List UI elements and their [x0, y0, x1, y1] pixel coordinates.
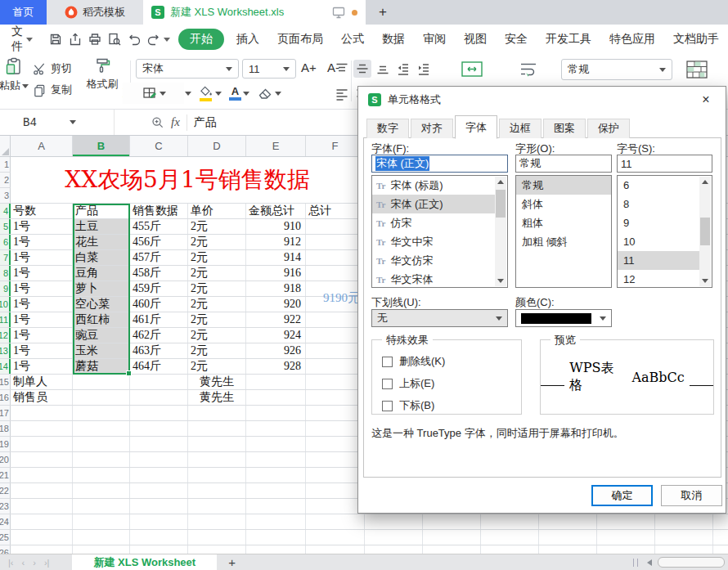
column-header-a[interactable]: A	[11, 136, 73, 156]
total-note-cell[interactable]: 9190元	[306, 283, 360, 312]
cell[interactable]: 461斤	[130, 312, 188, 327]
cell[interactable]	[713, 514, 728, 529]
size-option[interactable]: 12	[618, 270, 699, 288]
last-sheet-icon[interactable]: ›|	[44, 558, 50, 568]
more-actions-chevron-icon[interactable]	[164, 38, 170, 45]
cell[interactable]: 总计	[306, 204, 365, 218]
effect-checkbox-row[interactable]: 删除线(K)	[382, 354, 521, 369]
paste-button[interactable]: 粘贴	[0, 56, 33, 93]
row-header[interactable]: 12	[0, 328, 11, 343]
cell[interactable]	[246, 499, 306, 514]
cell[interactable]	[539, 545, 597, 554]
row-header[interactable]: 5	[0, 219, 11, 234]
cell[interactable]	[655, 514, 713, 529]
font-size-select[interactable]: 11	[242, 59, 296, 79]
cell[interactable]	[73, 390, 130, 405]
cell[interactable]	[481, 514, 539, 529]
cell[interactable]: 456斤	[130, 235, 188, 249]
align-top-icon[interactable]	[333, 60, 351, 78]
fill-color-button[interactable]	[199, 86, 222, 101]
cell[interactable]	[73, 406, 130, 420]
dialog-titlebar[interactable]: S 单元格格式 ×	[358, 87, 726, 113]
chevron-down-icon[interactable]	[185, 92, 191, 99]
cell[interactable]	[73, 468, 130, 482]
row-header[interactable]: 1	[0, 157, 11, 173]
dialog-tab[interactable]: 对齐	[411, 119, 453, 138]
cell[interactable]	[423, 545, 481, 554]
row-header[interactable]: 26	[0, 545, 11, 554]
cell[interactable]	[188, 468, 246, 482]
chevron-down-icon[interactable]	[215, 92, 222, 99]
cell[interactable]	[130, 437, 188, 451]
row-header[interactable]: 11	[0, 312, 11, 327]
paste-chevron-icon[interactable]	[22, 84, 29, 92]
menu-item[interactable]: 文档助手	[664, 29, 728, 49]
cell[interactable]: 单价	[188, 204, 246, 218]
cell[interactable]: 豌豆	[73, 328, 130, 343]
row-header[interactable]: 20	[0, 452, 11, 467]
cell[interactable]	[713, 545, 728, 554]
increase-indent-icon[interactable]	[415, 60, 433, 78]
align-middle-icon[interactable]	[353, 60, 371, 78]
cell[interactable]: 462斤	[130, 328, 188, 343]
cell[interactable]	[365, 545, 423, 554]
checkbox[interactable]	[382, 379, 393, 389]
cell[interactable]	[306, 235, 365, 249]
cell[interactable]: 2元	[188, 297, 246, 312]
cell[interactable]	[306, 250, 365, 265]
next-sheet-icon[interactable]: ›	[33, 558, 36, 568]
style-option[interactable]: 常规	[516, 176, 611, 195]
cell[interactable]	[539, 514, 597, 529]
cell[interactable]	[130, 468, 188, 482]
row-header[interactable]: 9	[0, 281, 11, 296]
menu-item[interactable]: 审阅	[414, 29, 455, 49]
cell[interactable]: 白菜	[73, 250, 130, 265]
cell[interactable]	[130, 530, 188, 545]
cell[interactable]	[130, 545, 188, 554]
cell[interactable]	[306, 406, 365, 420]
cell[interactable]	[306, 390, 365, 405]
cell[interactable]: 455斤	[130, 219, 188, 234]
font-style-list[interactable]: 常规斜体粗体加粗 倾斜	[515, 175, 612, 288]
cell[interactable]: 号数	[11, 204, 73, 218]
chevron-down-icon[interactable]	[243, 92, 249, 99]
cell[interactable]: 464斤	[130, 359, 188, 374]
zoom-search-icon[interactable]	[151, 115, 164, 129]
cell[interactable]: 920	[246, 297, 306, 312]
menu-item[interactable]: 特色应用	[600, 29, 664, 49]
cell[interactable]: 金额总计	[246, 204, 306, 218]
cell[interactable]	[246, 468, 306, 482]
column-header-f[interactable]: F	[306, 136, 365, 156]
cell[interactable]: 1号	[11, 219, 73, 234]
cell[interactable]	[11, 545, 73, 554]
cell[interactable]: 黄先生	[188, 390, 246, 405]
chevron-down-icon[interactable]	[160, 92, 166, 99]
style-option[interactable]: 加粗 倾斜	[516, 232, 611, 251]
cell[interactable]	[73, 545, 130, 554]
cell[interactable]	[11, 437, 73, 451]
merge-cells-button[interactable]	[461, 60, 483, 79]
style-option[interactable]: 粗体	[516, 213, 611, 232]
cell[interactable]	[306, 312, 365, 327]
cell[interactable]: 黄先生	[188, 375, 246, 389]
cell[interactable]: 花生	[73, 235, 130, 249]
cell[interactable]: 916	[246, 266, 306, 281]
style-option[interactable]: 斜体	[516, 195, 611, 213]
menu-item[interactable]: 开发工具	[537, 29, 600, 49]
cell[interactable]: 922	[246, 312, 306, 327]
menu-file[interactable]: 文件	[11, 25, 23, 54]
cell[interactable]: 产品	[73, 204, 130, 218]
cell[interactable]	[306, 483, 365, 498]
cell[interactable]: 1号	[11, 328, 73, 343]
scrollbar-thumb[interactable]	[658, 557, 725, 568]
row-header[interactable]: 22	[0, 483, 11, 498]
cell[interactable]	[306, 514, 365, 529]
font-option[interactable]: Tr华文宋体	[372, 270, 495, 288]
cell[interactable]: 豆角	[73, 266, 130, 281]
redo-icon[interactable]	[146, 29, 161, 49]
tab-document[interactable]: S 新建 XLS Worksheet.xls	[143, 0, 366, 25]
cell[interactable]	[130, 375, 188, 389]
cell[interactable]: 458斤	[130, 266, 188, 281]
font-color-button[interactable]: A	[229, 86, 249, 101]
row-header[interactable]: 24	[0, 514, 11, 529]
